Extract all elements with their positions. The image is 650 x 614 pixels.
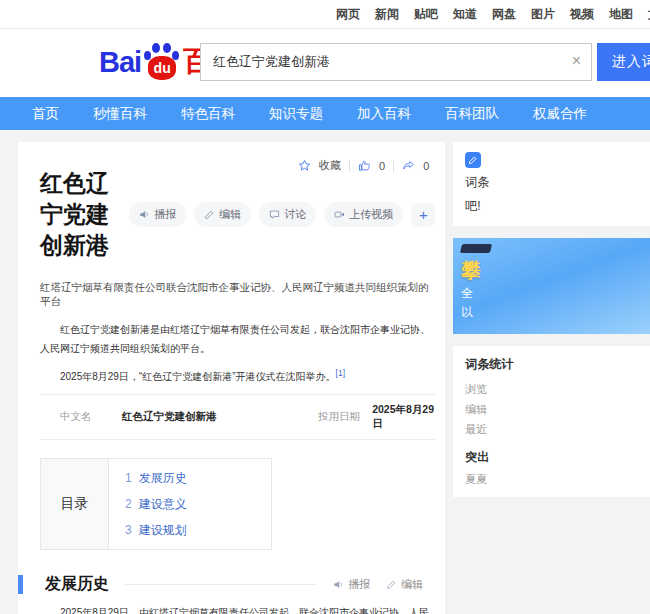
toc-items: 1 发展历史 2 建设意义 3 建设规划 bbox=[109, 459, 271, 549]
edit-promo-card[interactable]: 词条 吧! bbox=[453, 142, 650, 226]
broadcast-label: 播报 bbox=[348, 577, 370, 592]
banner-line: 全 bbox=[461, 284, 650, 303]
entry-title-row: 红色辽宁党建创新港 播报 编辑 bbox=[40, 168, 435, 261]
toc-item-planning[interactable]: 3 建设规划 bbox=[125, 517, 255, 543]
infobox-field-launch-date: 投用日期 2025年8月29日 bbox=[298, 403, 435, 431]
search-box: × bbox=[200, 43, 592, 81]
toc-title: 目录 bbox=[41, 459, 109, 549]
upload-video-button[interactable]: 上传视频 bbox=[324, 202, 403, 227]
broadcast-button[interactable]: 播报 bbox=[129, 202, 186, 227]
stats-title: 词条统计 bbox=[465, 356, 650, 373]
nav-item-team[interactable]: 百科团队 bbox=[445, 105, 499, 123]
table-of-contents: 目录 1 发展历史 2 建设意义 3 建设规划 bbox=[40, 458, 272, 550]
section-paragraph: 2025年8月29日，由红塔辽宁烟草有限责任公司发起，联合沈阳市企事业记协、人民… bbox=[40, 603, 435, 614]
toc-item-history[interactable]: 1 发展历史 bbox=[125, 465, 255, 491]
entry-action-pills: 播报 编辑 讨论 上传 bbox=[129, 202, 435, 227]
promo-icon-row bbox=[465, 152, 650, 168]
nav-item-miaodong[interactable]: 秒懂百科 bbox=[93, 105, 147, 123]
enter-entry-button[interactable]: 进入词条 bbox=[597, 43, 650, 81]
chat-icon bbox=[269, 209, 280, 220]
pencil-icon bbox=[204, 209, 215, 220]
baidu-paw-icon: du bbox=[143, 41, 181, 83]
collect-label[interactable]: 收藏 bbox=[319, 158, 341, 173]
pencil-icon bbox=[386, 579, 397, 590]
primary-nav-bar: 首页 秒懂百科 特色百科 知识专题 加入百科 百科团队 权威合作 bbox=[0, 97, 650, 130]
divider bbox=[349, 160, 350, 172]
banner-line: 以 bbox=[461, 303, 650, 322]
section-heading-row: 发展历史 播报 编辑 bbox=[18, 574, 435, 595]
stats-row-views: 浏览 bbox=[465, 379, 650, 399]
nav-item-authority[interactable]: 权威合作 bbox=[533, 105, 587, 123]
infobox-value: 红色辽宁党建创新港 bbox=[122, 410, 217, 424]
edit-label: 编辑 bbox=[219, 207, 241, 222]
like-count: 0 bbox=[379, 160, 385, 172]
toc-item-label: 建设规划 bbox=[139, 517, 187, 543]
nav-item-join[interactable]: 加入百科 bbox=[357, 105, 411, 123]
banner-logo-mark bbox=[460, 244, 492, 253]
stats-row-edits: 编辑 bbox=[465, 399, 650, 419]
right-sidebar: 词条 吧! 攀 全 以 词条统计 浏览 编辑 最近 突出 夏夏 bbox=[453, 142, 650, 497]
edit-button[interactable]: 编辑 bbox=[194, 202, 251, 227]
topnav-link-news[interactable]: 新闻 bbox=[375, 0, 399, 28]
section-text: 2025年8月29日，由红塔辽宁烟草有限责任公司发起，联合沈阳市企事业记协、人民… bbox=[40, 607, 429, 614]
topnav-link-zhidao[interactable]: 知道 bbox=[453, 0, 477, 28]
speaker-icon bbox=[333, 579, 344, 590]
nav-item-home[interactable]: 首页 bbox=[32, 105, 59, 123]
toc-item-number: 1 bbox=[125, 465, 132, 491]
discuss-button[interactable]: 讨论 bbox=[259, 202, 316, 227]
toc-item-number: 2 bbox=[125, 491, 132, 517]
contributor-username[interactable]: 夏夏 bbox=[465, 472, 650, 487]
entry-paragraph-2: 2025年8月29日，“红色辽宁党建创新港”开港仪式在沈阳举办。[1] bbox=[40, 364, 435, 386]
infobox-value: 2025年8月29日 bbox=[372, 403, 435, 431]
toc-item-label: 发展历史 bbox=[139, 465, 187, 491]
speaker-icon bbox=[139, 209, 150, 220]
toc-item-label: 建设意义 bbox=[139, 491, 187, 517]
upload-video-label: 上传视频 bbox=[349, 207, 393, 222]
share-icon[interactable] bbox=[402, 159, 415, 172]
nav-item-featured[interactable]: 特色百科 bbox=[181, 105, 235, 123]
stats-rows: 浏览 编辑 最近 bbox=[465, 379, 650, 439]
logo-text-du: du bbox=[148, 56, 176, 80]
star-icon[interactable] bbox=[298, 159, 311, 172]
toc-item-significance[interactable]: 2 建设意义 bbox=[125, 491, 255, 517]
entry-social-row: 收藏 0 0 bbox=[298, 158, 429, 173]
toc-item-number: 3 bbox=[125, 517, 132, 543]
infobox-label: 投用日期 bbox=[318, 410, 372, 424]
promo-banner[interactable]: 攀 全 以 bbox=[453, 238, 650, 334]
section-edit-button[interactable]: 编辑 bbox=[386, 577, 423, 592]
topnav-link-maps[interactable]: 地图 bbox=[609, 0, 633, 28]
entry-paragraph-1: 红色辽宁党建创新港是由红塔辽宁烟草有限责任公司发起，联合沈阳市企事业记协、人民网… bbox=[40, 320, 435, 358]
clear-search-icon[interactable]: × bbox=[572, 52, 581, 70]
discuss-label: 讨论 bbox=[284, 207, 306, 222]
reference-link-1[interactable]: [1] bbox=[336, 368, 345, 378]
topnav-link-netdisk[interactable]: 网盘 bbox=[492, 0, 516, 28]
video-camera-icon bbox=[334, 209, 345, 220]
contributors-title: 突出 bbox=[465, 449, 650, 466]
section-broadcast-button[interactable]: 播报 bbox=[333, 577, 370, 592]
edit-label: 编辑 bbox=[401, 577, 423, 592]
entry-stats-card: 词条统计 浏览 编辑 最近 突出 夏夏 bbox=[453, 346, 650, 497]
banner-headline: 攀 bbox=[461, 257, 650, 284]
entry-summary: 红塔辽宁烟草有限责任公司联合沈阳市企事业记协、人民网辽宁频道共同组织策划的平台 bbox=[40, 281, 435, 309]
divider bbox=[393, 160, 394, 172]
topnav-link-web[interactable]: 网页 bbox=[336, 0, 360, 28]
logo-text-bai: Bai bbox=[99, 46, 141, 79]
promo-text-line: 吧! bbox=[465, 196, 650, 216]
search-input[interactable] bbox=[201, 44, 591, 80]
thumb-up-icon[interactable] bbox=[358, 159, 371, 172]
pencil-square-icon bbox=[465, 152, 481, 168]
topnav-link-video[interactable]: 视频 bbox=[570, 0, 594, 28]
entry-paragraph-2-text: 2025年8月29日，“红色辽宁党建创新港”开港仪式在沈阳举办。 bbox=[60, 371, 336, 382]
entry-title: 红色辽宁党建创新港 bbox=[40, 168, 115, 261]
section-development-history: 发展历史 播报 编辑 bbox=[40, 574, 435, 614]
nav-item-topics[interactable]: 知识专题 bbox=[269, 105, 323, 123]
top-utility-bar: 网页 新闻 贴吧 知道 网盘 图片 视频 地图 文库 bbox=[0, 0, 650, 29]
entry-infobox: 中文名 红色辽宁党建创新港 投用日期 2025年8月29日 bbox=[40, 394, 435, 440]
section-divider-line bbox=[125, 584, 317, 585]
infobox-label: 中文名 bbox=[60, 410, 122, 424]
stats-row-recent: 最近 bbox=[465, 419, 650, 439]
promo-text-line: 词条 bbox=[465, 172, 650, 192]
topnav-link-images[interactable]: 图片 bbox=[531, 0, 555, 28]
topnav-link-tieba[interactable]: 贴吧 bbox=[414, 0, 438, 28]
add-button[interactable]: + bbox=[411, 203, 435, 227]
